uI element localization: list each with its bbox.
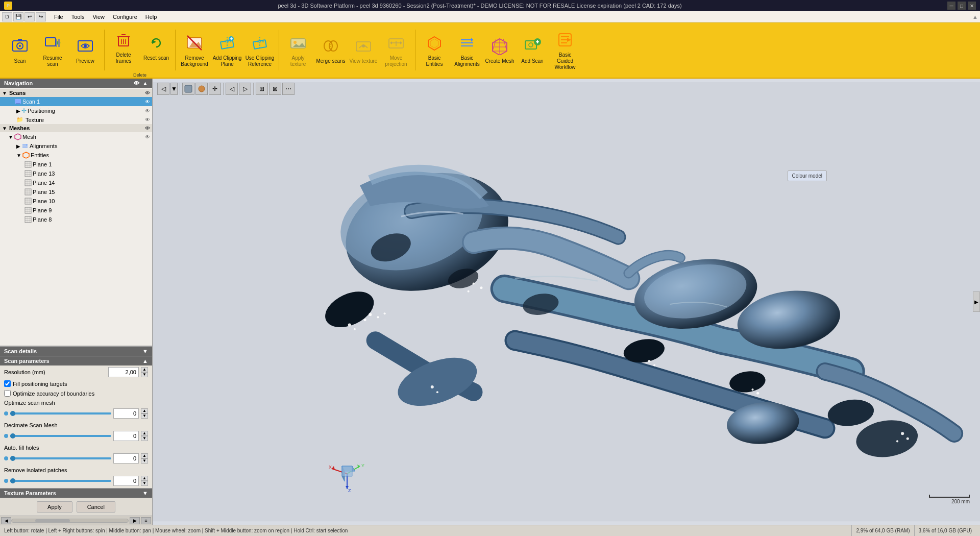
right-edge-collapse-btn[interactable]: ▶ (973, 291, 980, 312)
texture-params-header[interactable]: Texture Parameters ▼ (0, 489, 152, 498)
scroll-track[interactable] (11, 519, 129, 523)
plane13-item[interactable]: Plane 13 (0, 169, 152, 178)
vp-more-btn[interactable]: ⋯ (282, 83, 295, 95)
positioning-item[interactable]: ▶ ✛ Positioning 👁 (0, 106, 152, 115)
remove-isolated-input[interactable] (113, 476, 139, 486)
auto-fill-down[interactable]: ▼ (141, 458, 148, 464)
vp-grid1-btn[interactable]: ⊞ (256, 83, 268, 95)
apply-button[interactable]: Apply (37, 501, 72, 513)
use-clipping-reference-button[interactable]: Use Clipping Reference (244, 26, 276, 75)
vp-cross-btn[interactable]: ✛ (209, 83, 221, 95)
optimize-mesh-input[interactable] (113, 408, 139, 419)
decimate-down[interactable]: ▼ (141, 436, 148, 441)
resolution-input[interactable] (108, 367, 139, 377)
undo-icon[interactable]: ↩ (24, 12, 35, 21)
texture-visibility-icon[interactable]: 👁 (145, 117, 150, 123)
alignments-collapse-icon[interactable]: ▶ (16, 143, 20, 149)
add-clipping-plane-button[interactable]: Add Clipping Plane (211, 26, 243, 75)
texture-item[interactable]: 📁 Texture 👁 (0, 115, 152, 124)
optimize-mesh-spinner[interactable]: ▲ ▼ (141, 408, 148, 419)
quick-access-toolbar[interactable]: 🗋 💾 ↩ ↪ (2, 12, 46, 21)
basic-entities-button[interactable]: Basic Entities (419, 26, 450, 75)
scroll-thumb[interactable] (35, 519, 70, 522)
viewport[interactable]: ◀ ◁ ▼ ✛ ◁ ▷ ⊞ ⊠ ⋯ (153, 79, 980, 525)
nav-visibility-icon[interactable]: 👁 (134, 80, 139, 86)
window-controls[interactable]: ─ □ ✕ (947, 2, 976, 10)
menu-configure[interactable]: Configure (109, 13, 141, 21)
menu-tools[interactable]: Tools (67, 13, 89, 21)
reset-scan-button[interactable]: Reset scan (140, 22, 172, 71)
save-icon[interactable]: 💾 (13, 12, 23, 21)
plane10-item[interactable]: Plane 10 (0, 197, 152, 206)
scan1-collapse-icon[interactable]: ▼ (8, 99, 13, 105)
scan-button[interactable]: Scan (4, 26, 36, 75)
vp-prev-btn[interactable]: ◁ (226, 83, 238, 95)
decimate-slider[interactable] (10, 435, 111, 437)
remove-isolated-slider[interactable] (10, 480, 111, 482)
navigation-header[interactable]: Navigation 👁 ▲ (0, 79, 152, 88)
scan-details-collapse-icon[interactable]: ▼ (142, 348, 148, 354)
resolution-up[interactable]: ▲ (141, 367, 148, 372)
scroll-left-btn[interactable]: ◀ (1, 517, 11, 524)
resolution-down[interactable]: ▼ (141, 372, 148, 377)
remove-isolated-up[interactable]: ▲ (141, 476, 148, 481)
meshes-section[interactable]: ▼ Meshes 👁 (0, 124, 152, 132)
scans-visibility-icon[interactable]: 👁 (145, 90, 150, 96)
menu-file[interactable]: File (50, 13, 67, 21)
maximize-button[interactable]: □ (958, 2, 966, 10)
basic-guided-workflow-button[interactable]: Basic Guided Workflow (549, 26, 581, 75)
auto-fill-input[interactable] (113, 453, 139, 464)
remove-background-button[interactable]: Remove Background (179, 26, 210, 75)
left-panel-scrollbar[interactable]: ◀ ▶ ≡ (0, 516, 152, 525)
add-scan-button[interactable]: Add Scan (517, 26, 548, 75)
remove-isolated-down[interactable]: ▼ (141, 481, 148, 486)
vp-dropdown-btn[interactable]: ▼ (170, 83, 178, 95)
optimize-accuracy-checkbox[interactable] (4, 390, 11, 397)
optimize-mesh-slider[interactable] (10, 412, 111, 415)
mesh-item[interactable]: ▼ Mesh 👁 (0, 132, 152, 141)
plane14-item[interactable]: Plane 14 (0, 178, 152, 187)
plane9-item[interactable]: Plane 9 (0, 206, 152, 215)
menu-help[interactable]: Help (141, 13, 161, 21)
delete-frames-button[interactable]: Delete frames (108, 22, 139, 71)
mesh-collapse-icon[interactable]: ▼ (8, 134, 13, 140)
optimize-mesh-down[interactable]: ▼ (141, 413, 148, 419)
mesh-visibility-icon[interactable]: 👁 (145, 134, 150, 140)
decimate-input[interactable] (113, 431, 139, 441)
new-icon[interactable]: 🗋 (2, 12, 12, 21)
meshes-collapse-icon[interactable]: ▼ (2, 126, 7, 131)
resolution-spinner[interactable]: ▲ ▼ (141, 367, 148, 377)
vp-next-btn[interactable]: ▷ (239, 83, 251, 95)
scan1-item[interactable]: ▼ Scan 1 👁 (0, 97, 152, 106)
optimize-mesh-up[interactable]: ▲ (141, 408, 148, 413)
list-view-btn[interactable]: ≡ (141, 517, 151, 524)
create-mesh-button[interactable]: Create Mesh (484, 26, 516, 75)
minimize-button[interactable]: ─ (947, 2, 955, 10)
remove-isolated-spinner[interactable]: ▲ ▼ (141, 476, 148, 486)
resume-scan-button[interactable]: Resume scan (37, 26, 68, 75)
nav-collapse-icon[interactable]: ▲ (142, 80, 148, 86)
decimate-up[interactable]: ▲ (141, 431, 148, 436)
preview-button[interactable]: Preview (69, 26, 101, 75)
scans-section[interactable]: ▼ Scans 👁 (0, 89, 152, 97)
basic-alignments-button[interactable]: Basic Alignments (451, 26, 483, 75)
texture-params-collapse-icon[interactable]: ▼ (142, 490, 148, 496)
fill-positioning-checkbox[interactable] (4, 380, 11, 387)
scan-details-header[interactable]: Scan details ▼ (0, 347, 152, 356)
meshes-visibility-icon[interactable]: 👁 (145, 126, 150, 131)
move-projection-button[interactable]: Move projection (380, 26, 412, 75)
view-texture-button[interactable]: View texture (348, 26, 379, 75)
scroll-right-btn[interactable]: ▶ (130, 517, 140, 524)
positioning-visibility-icon[interactable]: 👁 (145, 108, 150, 114)
scan1-visibility-icon[interactable]: 👁 (145, 99, 150, 105)
vp-sphere-btn[interactable] (195, 83, 208, 95)
redo-icon[interactable]: ↪ (36, 12, 46, 21)
plane8-item[interactable]: Plane 8 (0, 215, 152, 224)
menu-view[interactable]: View (88, 13, 109, 21)
auto-fill-spinner[interactable]: ▲ ▼ (141, 453, 148, 464)
cancel-button[interactable]: Cancel (77, 501, 115, 513)
close-button[interactable]: ✕ (968, 2, 976, 10)
auto-fill-slider[interactable] (10, 457, 111, 459)
vp-grid2-btn[interactable]: ⊠ (269, 83, 281, 95)
decimate-spinner[interactable]: ▲ ▼ (141, 431, 148, 441)
